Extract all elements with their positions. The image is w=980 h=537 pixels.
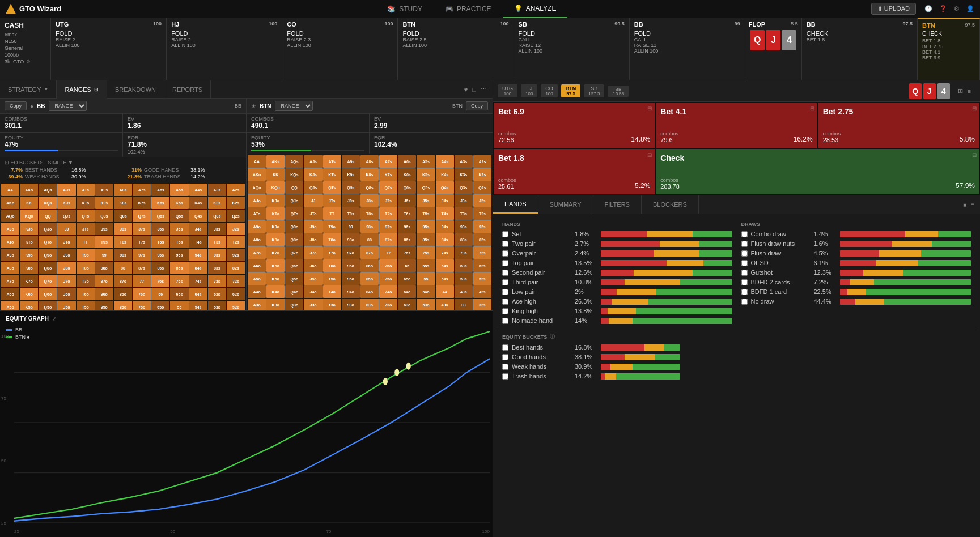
hand-cell-bb[interactable]: AA xyxy=(1,184,19,196)
hand-cell-btn[interactable]: 55 xyxy=(417,272,435,285)
hand-cell-btn[interactable]: 76s xyxy=(398,246,416,259)
hand-cell-btn[interactable]: 96s xyxy=(398,220,416,233)
eq-best-checkbox[interactable] xyxy=(502,344,508,351)
hand-cell-bb[interactable]: T8s xyxy=(114,236,132,248)
hand-cell-bb[interactable]: 86s xyxy=(151,262,169,274)
hand-secondpair-checkbox[interactable] xyxy=(502,270,508,276)
hand-cell-bb[interactable]: Q8s xyxy=(114,210,132,222)
hand-cell-btn[interactable]: A6o xyxy=(248,259,266,272)
hand-cell-btn[interactable]: K6o xyxy=(266,259,285,272)
hand-cell-bb[interactable]: 76s xyxy=(151,275,169,287)
hand-cell-btn[interactable]: QJo xyxy=(285,194,303,207)
hand-cell-btn[interactable]: Q3s xyxy=(455,181,473,194)
hand-cell-bb[interactable]: KTo xyxy=(20,236,38,248)
hand-cell-bb[interactable]: A9o xyxy=(1,249,19,261)
hand-cell-bb[interactable]: T9o xyxy=(77,249,95,261)
hand-cell-bb[interactable]: T9s xyxy=(95,236,113,248)
hand-cell-bb[interactable]: 96s xyxy=(151,249,169,261)
hand-cell-btn[interactable]: 73o xyxy=(379,299,397,310)
hand-cell-bb[interactable]: K4s xyxy=(189,197,207,209)
hand-cell-bb[interactable]: Q3s xyxy=(208,210,226,222)
hand-cell-btn[interactable]: Q6s xyxy=(398,181,416,194)
hand-set-checkbox[interactable] xyxy=(502,231,508,237)
hand-cell-bb[interactable]: 75o xyxy=(133,301,151,310)
hand-cell-btn[interactable]: 83o xyxy=(360,299,379,310)
buckets-dropdown[interactable]: ⊡ EQ BUCKETS - SIMPLE ▼ xyxy=(5,160,73,165)
draw-oesd-checkbox[interactable] xyxy=(741,260,748,266)
hand-cell-bb[interactable]: QJs xyxy=(57,210,75,222)
hand-cell-bb[interactable]: K9o xyxy=(20,249,38,261)
hand-cell-btn[interactable]: T3o xyxy=(323,299,341,310)
hand-cell-btn[interactable]: A2s xyxy=(473,155,491,168)
hand-cell-btn[interactable]: 44 xyxy=(436,285,454,298)
hand-cell-btn[interactable]: J3s xyxy=(455,194,473,207)
list-icon2[interactable]: ≡ xyxy=(971,202,974,208)
hand-cell-btn[interactable]: 99 xyxy=(342,220,360,233)
hand-cell-btn[interactable]: K4s xyxy=(436,168,454,181)
hand-cell-btn[interactable]: 64o xyxy=(398,285,416,298)
hand-cell-btn[interactable]: A7s xyxy=(379,155,397,168)
strategy-tab[interactable]: STRATEGY ▼ xyxy=(0,80,57,99)
btn-grid-cells[interactable]: AAAKsAQsAJsATsA9sA8sA7sA6sA5sA4sA3sA2sAK… xyxy=(248,155,491,310)
hand-cell-btn[interactable]: QQ xyxy=(285,181,303,194)
hand-cell-bb[interactable]: K6s xyxy=(151,197,169,209)
hand-cell-btn[interactable]: A4o xyxy=(248,285,266,298)
hand-cell-btn[interactable]: 97o xyxy=(342,246,360,259)
hand-cell-bb[interactable]: 85s xyxy=(170,262,188,274)
hand-cell-btn[interactable]: 93o xyxy=(342,299,360,310)
user-icon[interactable]: 👤 xyxy=(966,5,974,12)
hand-cell-btn[interactable]: K2s xyxy=(473,168,491,181)
hand-cell-btn[interactable]: 97s xyxy=(379,220,397,233)
hand-cell-bb[interactable]: T6o xyxy=(77,288,95,300)
hand-cell-btn[interactable]: Q5o xyxy=(285,272,303,285)
hand-cell-btn[interactable]: T9s xyxy=(342,207,360,220)
hand-cell-bb[interactable]: T4s xyxy=(189,236,207,248)
hand-cell-bb[interactable]: AKs xyxy=(20,184,38,196)
hand-cell-bb[interactable]: K7s xyxy=(133,197,151,209)
hand-cell-bb[interactable]: J5s xyxy=(170,223,188,235)
bet275-expand[interactable]: ⊟ xyxy=(972,105,977,112)
hand-cell-bb[interactable]: JJ xyxy=(57,223,75,235)
hand-cell-bb[interactable]: Q5o xyxy=(39,301,57,310)
hand-cell-bb[interactable]: AJo xyxy=(1,223,19,235)
hand-cell-bb[interactable]: QTo xyxy=(39,236,57,248)
hand-cell-btn[interactable]: KJo xyxy=(266,194,285,207)
hand-cell-bb[interactable]: ATo xyxy=(1,236,19,248)
hand-cell-bb[interactable]: 66 xyxy=(151,288,169,300)
hand-cell-bb[interactable]: A8s xyxy=(114,184,132,196)
hand-cell-bb[interactable]: 98o xyxy=(95,262,113,274)
hand-cell-bb[interactable]: A9s xyxy=(95,184,113,196)
hand-cell-btn[interactable]: A8s xyxy=(360,155,379,168)
list-view-icon[interactable]: ≡ xyxy=(968,88,971,95)
hand-cell-btn[interactable]: Q7s xyxy=(379,181,397,194)
hand-cell-bb[interactable]: QTs xyxy=(77,210,95,222)
hand-cell-btn[interactable]: T9o xyxy=(323,220,341,233)
hand-cell-btn[interactable]: 33 xyxy=(455,299,473,310)
hand-cell-btn[interactable]: AA xyxy=(248,155,266,168)
hand-cell-btn[interactable]: A4s xyxy=(436,155,454,168)
hand-cell-btn[interactable]: K7o xyxy=(266,246,285,259)
hand-cell-bb[interactable]: J7s xyxy=(133,223,151,235)
hand-cell-btn[interactable]: J4o xyxy=(304,285,322,298)
hand-cell-bb[interactable]: J4s xyxy=(189,223,207,235)
hand-cell-bb[interactable]: 83s xyxy=(208,262,226,274)
hand-cell-btn[interactable]: 54o xyxy=(417,285,435,298)
hand-cell-bb[interactable]: J9o xyxy=(57,249,75,261)
hand-cell-bb[interactable]: ATs xyxy=(77,184,95,196)
hand-cell-btn[interactable]: T5o xyxy=(323,272,341,285)
hand-cell-bb[interactable]: 54s xyxy=(189,301,207,310)
hand-cell-bb[interactable]: J2s xyxy=(227,223,245,235)
hand-cell-btn[interactable]: 66 xyxy=(398,259,416,272)
tab-filters[interactable]: FILTERS xyxy=(593,195,642,214)
hand-cell-bb[interactable]: JTo xyxy=(57,236,75,248)
hand-cell-btn[interactable]: 96o xyxy=(342,259,360,272)
hand-cell-bb[interactable]: JTs xyxy=(77,223,95,235)
hand-cell-bb[interactable]: 87s xyxy=(133,262,151,274)
hand-cell-bb[interactable]: 97s xyxy=(133,249,151,261)
tab-blockers[interactable]: BLOCKERS xyxy=(642,195,699,214)
hand-cell-bb[interactable]: J8s xyxy=(114,223,132,235)
hand-cell-btn[interactable]: 72s xyxy=(473,246,491,259)
hand-cell-btn[interactable]: K9o xyxy=(266,220,285,233)
hand-cell-bb[interactable]: 97o xyxy=(95,275,113,287)
hand-cell-btn[interactable]: 85s xyxy=(417,233,435,246)
